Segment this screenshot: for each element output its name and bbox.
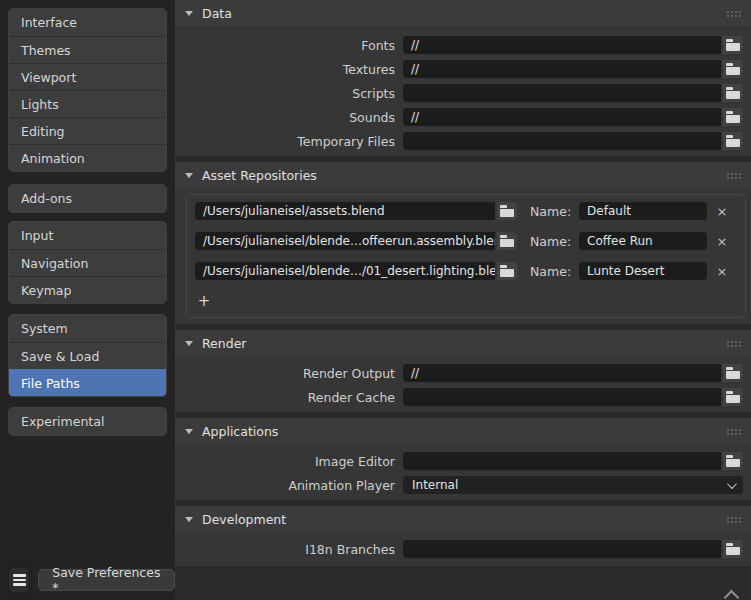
- sidebar-group-general: Interface Themes Viewport Lights Editing…: [8, 8, 167, 172]
- drag-handle-icon[interactable]: [726, 516, 741, 523]
- temporary-files-label: Temporary Files: [175, 134, 395, 149]
- collapse-arrow-icon: [185, 429, 193, 434]
- remove-repository-button[interactable]: ×: [713, 232, 731, 250]
- folder-icon: [726, 39, 740, 51]
- scripts-path-input[interactable]: [403, 84, 721, 102]
- repo-browse-button[interactable]: [497, 262, 517, 280]
- sidebar-item-addons[interactable]: Add-ons: [9, 185, 166, 212]
- scripts-label: Scripts: [175, 86, 395, 101]
- scroll-up-chevron-icon[interactable]: [724, 590, 740, 600]
- save-preferences-button[interactable]: Save Preferences *: [38, 569, 175, 591]
- collapse-arrow-icon: [185, 341, 193, 346]
- sounds-path-input[interactable]: //: [403, 108, 721, 126]
- sidebar-item-navigation[interactable]: Navigation: [9, 249, 166, 276]
- render-output-input[interactable]: //: [403, 364, 721, 382]
- sidebar-item-save-load[interactable]: Save & Load: [9, 342, 166, 369]
- panel-render: Render Render Output // Render Cache: [175, 330, 751, 412]
- image-editor-row: Image Editor: [175, 452, 751, 470]
- panel-asset-repositories-header[interactable]: Asset Repositories: [175, 162, 751, 188]
- panel-applications: Applications Image Editor Animation Play…: [175, 418, 751, 500]
- panel-applications-body: Image Editor Animation Player Internal: [175, 444, 751, 500]
- textures-path-input[interactable]: //: [403, 60, 721, 78]
- sidebar-item-keymap[interactable]: Keymap: [9, 276, 166, 303]
- panel-asset-repositories: Asset Repositories /Users/julianeisel/as…: [175, 162, 751, 324]
- folder-icon: [726, 543, 740, 555]
- sounds-browse-button[interactable]: [723, 108, 743, 126]
- sidebar-item-editing[interactable]: Editing: [9, 117, 166, 144]
- sounds-row: Sounds //: [175, 108, 751, 126]
- drag-handle-icon[interactable]: [726, 340, 741, 347]
- temporary-files-path-input[interactable]: [403, 132, 721, 150]
- scripts-row: Scripts: [175, 84, 751, 102]
- sidebar-footer: Save Preferences *: [8, 567, 175, 593]
- hamburger-icon: [13, 579, 26, 582]
- render-cache-input[interactable]: [403, 388, 721, 406]
- sidebar-group-system: System Save & Load File Paths: [8, 314, 167, 397]
- drag-handle-icon[interactable]: [726, 10, 741, 17]
- i18n-branches-browse-button[interactable]: [723, 540, 743, 558]
- panel-title: Render: [202, 336, 247, 351]
- sidebar-group-addons: Add-ons: [8, 184, 167, 213]
- fonts-path-input[interactable]: //: [403, 36, 721, 54]
- sidebar-item-file-paths[interactable]: File Paths: [9, 369, 166, 396]
- folder-icon: [726, 367, 740, 379]
- folder-icon: [726, 87, 740, 99]
- sidebar-item-themes[interactable]: Themes: [9, 36, 166, 63]
- animation-player-select[interactable]: Internal: [403, 476, 743, 494]
- sounds-label: Sounds: [175, 110, 395, 125]
- sidebar-item-lights[interactable]: Lights: [9, 90, 166, 117]
- collapse-arrow-icon: [185, 173, 193, 178]
- folder-icon: [726, 455, 740, 467]
- sidebar-item-experimental[interactable]: Experimental: [9, 408, 166, 435]
- temporary-files-row: Temporary Files: [175, 132, 751, 150]
- repo-browse-button[interactable]: [497, 232, 517, 250]
- panel-render-header[interactable]: Render: [175, 330, 751, 356]
- panel-title: Development: [202, 512, 286, 527]
- panel-render-body: Render Output // Render Cache: [175, 356, 751, 412]
- textures-browse-button[interactable]: [723, 60, 743, 78]
- animation-player-label: Animation Player: [175, 478, 395, 493]
- sidebar-item-system[interactable]: System: [9, 315, 166, 342]
- render-cache-browse-button[interactable]: [723, 388, 743, 406]
- folder-icon: [726, 63, 740, 75]
- folder-icon: [726, 391, 740, 403]
- image-editor-input[interactable]: [403, 452, 721, 470]
- repo-name-label: Name:: [530, 264, 571, 279]
- repository-list: /Users/julianeisel/assets.blend Name: De…: [186, 194, 746, 318]
- repo-name-input[interactable]: Default: [579, 202, 707, 220]
- panel-data: Data Fonts // Textures //: [175, 0, 751, 156]
- textures-row: Textures //: [175, 60, 751, 78]
- sidebar-group-input: Input Navigation Keymap: [8, 221, 167, 304]
- repo-path-input[interactable]: /Users/julianeisel/blende…/01_desert.lig…: [195, 262, 495, 280]
- render-output-row: Render Output //: [175, 364, 751, 382]
- preferences-menu-button[interactable]: [8, 567, 30, 593]
- panel-applications-header[interactable]: Applications: [175, 418, 751, 444]
- repo-browse-button[interactable]: [497, 202, 517, 220]
- repo-name-label: Name:: [530, 204, 571, 219]
- render-output-label: Render Output: [175, 366, 395, 381]
- panel-title: Asset Repositories: [202, 168, 317, 183]
- remove-repository-button[interactable]: ×: [713, 202, 731, 220]
- repository-row: /Users/julianeisel/assets.blend Name: De…: [195, 202, 737, 220]
- scripts-browse-button[interactable]: [723, 84, 743, 102]
- folder-icon: [500, 235, 514, 247]
- drag-handle-icon[interactable]: [726, 428, 741, 435]
- sidebar-item-viewport[interactable]: Viewport: [9, 63, 166, 90]
- remove-repository-button[interactable]: ×: [713, 262, 731, 280]
- sidebar-item-interface[interactable]: Interface: [9, 9, 166, 36]
- image-editor-browse-button[interactable]: [723, 452, 743, 470]
- repo-name-input[interactable]: Coffee Run: [579, 232, 707, 250]
- sidebar-item-input[interactable]: Input: [9, 222, 166, 249]
- repo-path-input[interactable]: /Users/julianeisel/assets.blend: [195, 202, 495, 220]
- sidebar-item-animation[interactable]: Animation: [9, 144, 166, 171]
- add-repository-button[interactable]: +: [195, 292, 213, 310]
- panel-data-header[interactable]: Data: [175, 0, 751, 26]
- repo-name-input[interactable]: Lunte Desert: [579, 262, 707, 280]
- i18n-branches-input[interactable]: [403, 540, 721, 558]
- render-output-browse-button[interactable]: [723, 364, 743, 382]
- panel-development-header[interactable]: Development: [175, 506, 751, 532]
- fonts-browse-button[interactable]: [723, 36, 743, 54]
- repo-path-input[interactable]: /Users/julianeisel/blende…offeerun.assem…: [195, 232, 495, 250]
- temporary-files-browse-button[interactable]: [723, 132, 743, 150]
- drag-handle-icon[interactable]: [726, 172, 741, 179]
